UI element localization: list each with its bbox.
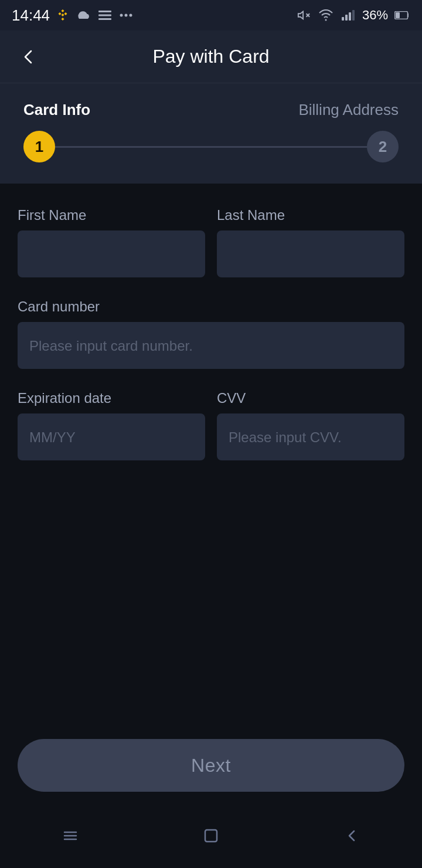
svg-rect-15 (342, 17, 344, 21)
step2-label: Billing Address (298, 101, 399, 119)
bottom-area: Next (0, 727, 422, 809)
status-time: 14:44 (12, 6, 50, 25)
nav-bar (0, 809, 422, 868)
svg-rect-18 (352, 10, 355, 21)
battery-icon (394, 7, 410, 23)
expiration-label: Expiration date (18, 390, 205, 406)
name-row: First Name Last Name (18, 207, 404, 277)
svg-point-14 (325, 19, 326, 21)
last-name-label: Last Name (217, 207, 404, 223)
status-bar: 14:44 (0, 0, 422, 30)
svg-rect-7 (98, 18, 111, 20)
cvv-label: CVV (217, 390, 404, 406)
header: Pay with Card (0, 30, 422, 83)
svg-point-8 (120, 14, 123, 17)
svg-rect-16 (345, 15, 348, 21)
card-number-label: Card number (18, 299, 404, 315)
stepper-labels: Card Info Billing Address (23, 101, 399, 119)
svg-point-10 (130, 14, 132, 17)
svg-marker-11 (298, 12, 303, 19)
svg-rect-5 (98, 11, 111, 12)
expiration-group: Expiration date (18, 390, 205, 460)
card-number-group: Card number (18, 299, 404, 369)
last-name-input[interactable] (217, 230, 404, 277)
svg-rect-17 (349, 12, 351, 21)
cloud-icon (76, 7, 92, 23)
first-name-input[interactable] (18, 230, 205, 277)
svg-rect-6 (98, 15, 111, 16)
form-section: First Name Last Name Card number Expirat… (0, 189, 422, 727)
stepper-section: Card Info Billing Address 1 2 (0, 83, 422, 184)
first-name-group: First Name (18, 207, 205, 277)
step2-circle: 2 (367, 131, 399, 162)
svg-marker-4 (62, 18, 64, 21)
expiration-input[interactable] (18, 413, 205, 460)
nav-back-icon[interactable] (334, 818, 369, 853)
next-button[interactable]: Next (18, 739, 404, 792)
page-title: Pay with Card (43, 46, 379, 67)
step-line (55, 146, 367, 148)
stepper-track: 1 2 (23, 131, 399, 162)
svg-rect-24 (205, 830, 217, 842)
nav-recent-apps-icon[interactable] (53, 818, 88, 853)
step1-label: Card Info (23, 101, 90, 119)
svg-marker-0 (62, 9, 64, 12)
cvv-input[interactable] (217, 413, 404, 460)
battery-text: 36% (362, 8, 388, 23)
mute-icon (295, 7, 312, 23)
signal-icon (340, 7, 356, 23)
last-name-group: Last Name (217, 207, 404, 277)
cvv-group: CVV (217, 390, 404, 460)
expiry-cvv-row: Expiration date CVV (18, 390, 404, 460)
wifi-icon (318, 7, 334, 23)
step1-circle: 1 (23, 131, 55, 162)
binance-icon (55, 7, 71, 23)
more-dots-icon (118, 7, 134, 23)
svg-marker-3 (62, 13, 64, 16)
svg-marker-1 (59, 12, 62, 15)
back-button[interactable] (14, 42, 43, 72)
status-bar-left: 14:44 (12, 6, 134, 25)
svg-rect-20 (396, 12, 400, 18)
first-name-label: First Name (18, 207, 205, 223)
menu-icon (97, 7, 113, 23)
status-bar-right: 36% (295, 7, 410, 23)
card-number-input[interactable] (18, 322, 404, 369)
svg-marker-2 (64, 12, 67, 15)
svg-point-9 (125, 14, 128, 17)
nav-home-icon[interactable] (193, 818, 229, 853)
